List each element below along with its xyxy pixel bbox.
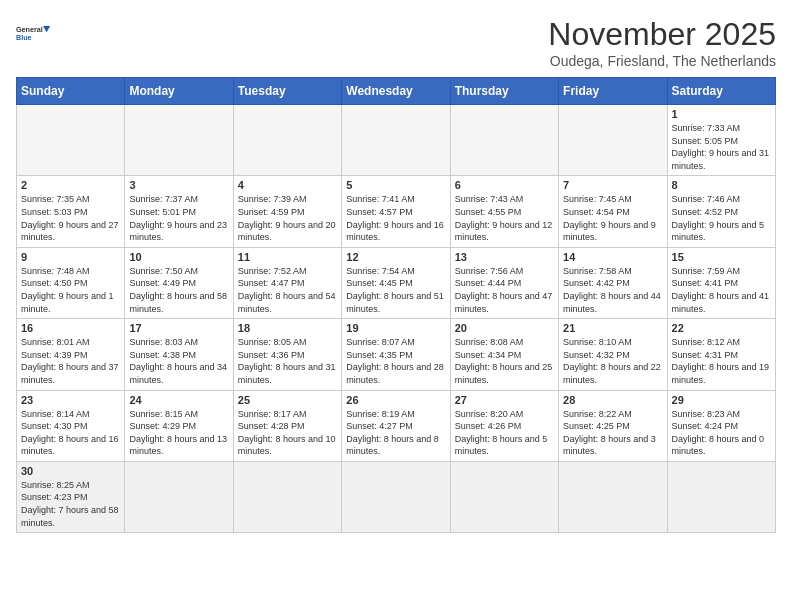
week-row-6: 30 Sunrise: 8:25 AMSunset: 4:23 PMDaylig… <box>17 461 776 532</box>
day-25: 25 Sunrise: 8:17 AMSunset: 4:28 PMDaylig… <box>233 390 341 461</box>
day-19: 19 Sunrise: 8:07 AMSunset: 4:35 PMDaylig… <box>342 319 450 390</box>
calendar: Sunday Monday Tuesday Wednesday Thursday… <box>16 77 776 533</box>
day-22: 22 Sunrise: 8:12 AMSunset: 4:31 PMDaylig… <box>667 319 775 390</box>
header: GeneralBlue November 2025 Oudega, Friesl… <box>16 16 776 69</box>
svg-marker-2 <box>43 26 50 32</box>
day-24: 24 Sunrise: 8:15 AMSunset: 4:29 PMDaylig… <box>125 390 233 461</box>
day-27: 27 Sunrise: 8:20 AMSunset: 4:26 PMDaylig… <box>450 390 558 461</box>
day-26: 26 Sunrise: 8:19 AMSunset: 4:27 PMDaylig… <box>342 390 450 461</box>
logo: GeneralBlue <box>16 16 52 52</box>
empty-cell <box>233 105 341 176</box>
day-20: 20 Sunrise: 8:08 AMSunset: 4:34 PMDaylig… <box>450 319 558 390</box>
day-8: 8 Sunrise: 7:46 AMSunset: 4:52 PMDayligh… <box>667 176 775 247</box>
location-title: Oudega, Friesland, The Netherlands <box>548 53 776 69</box>
day-28: 28 Sunrise: 8:22 AMSunset: 4:25 PMDaylig… <box>559 390 667 461</box>
week-row-3: 9 Sunrise: 7:48 AMSunset: 4:50 PMDayligh… <box>17 247 776 318</box>
empty-cell <box>125 461 233 532</box>
empty-cell <box>342 461 450 532</box>
day-30: 30 Sunrise: 8:25 AMSunset: 4:23 PMDaylig… <box>17 461 125 532</box>
header-friday: Friday <box>559 78 667 105</box>
header-wednesday: Wednesday <box>342 78 450 105</box>
header-monday: Monday <box>125 78 233 105</box>
header-tuesday: Tuesday <box>233 78 341 105</box>
day-18: 18 Sunrise: 8:05 AMSunset: 4:36 PMDaylig… <box>233 319 341 390</box>
weekday-header-row: Sunday Monday Tuesday Wednesday Thursday… <box>17 78 776 105</box>
day-29: 29 Sunrise: 8:23 AMSunset: 4:24 PMDaylig… <box>667 390 775 461</box>
day-10: 10 Sunrise: 7:50 AMSunset: 4:49 PMDaylig… <box>125 247 233 318</box>
empty-cell <box>667 461 775 532</box>
day-1: 1 Sunrise: 7:33 AM Sunset: 5:05 PM Dayli… <box>667 105 775 176</box>
day-13: 13 Sunrise: 7:56 AMSunset: 4:44 PMDaylig… <box>450 247 558 318</box>
empty-cell <box>17 105 125 176</box>
empty-cell <box>559 105 667 176</box>
day-9: 9 Sunrise: 7:48 AMSunset: 4:50 PMDayligh… <box>17 247 125 318</box>
day-21: 21 Sunrise: 8:10 AMSunset: 4:32 PMDaylig… <box>559 319 667 390</box>
empty-cell <box>450 105 558 176</box>
week-row-1: 1 Sunrise: 7:33 AM Sunset: 5:05 PM Dayli… <box>17 105 776 176</box>
week-row-4: 16 Sunrise: 8:01 AMSunset: 4:39 PMDaylig… <box>17 319 776 390</box>
day-6: 6 Sunrise: 7:43 AMSunset: 4:55 PMDayligh… <box>450 176 558 247</box>
svg-text:Blue: Blue <box>16 33 32 42</box>
day-23: 23 Sunrise: 8:14 AMSunset: 4:30 PMDaylig… <box>17 390 125 461</box>
day-12: 12 Sunrise: 7:54 AMSunset: 4:45 PMDaylig… <box>342 247 450 318</box>
week-row-5: 23 Sunrise: 8:14 AMSunset: 4:30 PMDaylig… <box>17 390 776 461</box>
day-15: 15 Sunrise: 7:59 AMSunset: 4:41 PMDaylig… <box>667 247 775 318</box>
svg-text:General: General <box>16 25 43 34</box>
day-16: 16 Sunrise: 8:01 AMSunset: 4:39 PMDaylig… <box>17 319 125 390</box>
header-sunday: Sunday <box>17 78 125 105</box>
empty-cell <box>559 461 667 532</box>
day-2: 2 Sunrise: 7:35 AMSunset: 5:03 PMDayligh… <box>17 176 125 247</box>
empty-cell <box>450 461 558 532</box>
logo-icon: GeneralBlue <box>16 16 52 52</box>
day-4: 4 Sunrise: 7:39 AMSunset: 4:59 PMDayligh… <box>233 176 341 247</box>
week-row-2: 2 Sunrise: 7:35 AMSunset: 5:03 PMDayligh… <box>17 176 776 247</box>
month-title: November 2025 <box>548 16 776 53</box>
day-14: 14 Sunrise: 7:58 AMSunset: 4:42 PMDaylig… <box>559 247 667 318</box>
empty-cell <box>233 461 341 532</box>
empty-cell <box>125 105 233 176</box>
day-5: 5 Sunrise: 7:41 AMSunset: 4:57 PMDayligh… <box>342 176 450 247</box>
empty-cell <box>342 105 450 176</box>
title-block: November 2025 Oudega, Friesland, The Net… <box>548 16 776 69</box>
day-17: 17 Sunrise: 8:03 AMSunset: 4:38 PMDaylig… <box>125 319 233 390</box>
header-saturday: Saturday <box>667 78 775 105</box>
day-11: 11 Sunrise: 7:52 AMSunset: 4:47 PMDaylig… <box>233 247 341 318</box>
header-thursday: Thursday <box>450 78 558 105</box>
day-3: 3 Sunrise: 7:37 AMSunset: 5:01 PMDayligh… <box>125 176 233 247</box>
day-7: 7 Sunrise: 7:45 AMSunset: 4:54 PMDayligh… <box>559 176 667 247</box>
